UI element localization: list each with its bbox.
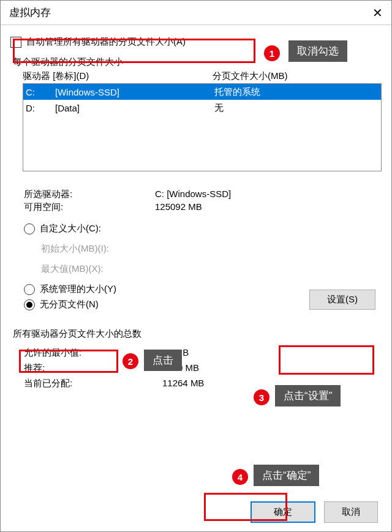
max-size-label: 最大值(MB)(X): bbox=[41, 263, 139, 275]
col-drive: 驱动器 [卷标](D) bbox=[23, 70, 213, 82]
totals-section: 所有驱动器分页文件大小的总数 允许的最小值: 16 MB 推荐: 2670 MB… bbox=[13, 328, 382, 389]
free-space-value: 125092 MB bbox=[155, 201, 202, 213]
radio-icon bbox=[24, 284, 35, 295]
cancel-button[interactable]: 取消 bbox=[324, 501, 378, 523]
checkbox-icon bbox=[10, 37, 21, 48]
totals-title: 所有驱动器分页文件大小的总数 bbox=[13, 328, 382, 340]
annotation-badge: 3 bbox=[254, 389, 270, 405]
table-row[interactable]: C: [Windows-SSD] 托管的系统 bbox=[23, 84, 381, 100]
drive-table: 驱动器 [卷标](D) 分页文件大小(MB) C: [Windows-SSD] … bbox=[23, 70, 382, 171]
radio-icon bbox=[24, 223, 35, 234]
selected-drive-label: 所选驱动器: bbox=[24, 189, 155, 200]
rec-label: 推荐: bbox=[24, 362, 162, 374]
selected-drive-value: C: [Windows-SSD] bbox=[155, 189, 231, 200]
close-icon[interactable]: ✕ bbox=[363, 1, 391, 25]
per-drive-subtitle: 每个驱动器的分页文件大小 bbox=[13, 56, 382, 68]
window-title: 虚拟内存 bbox=[9, 6, 51, 20]
col-size: 分页文件大小(MB) bbox=[213, 70, 382, 82]
table-row[interactable]: D: [Data] 无 bbox=[23, 100, 381, 116]
rec-value: 2670 MB bbox=[162, 362, 199, 374]
virtual-memory-dialog: 虚拟内存 ✕ 自动管理所有驱动器的分页文件大小(A) 每个驱动器的分页文件大小 … bbox=[0, 0, 392, 532]
radio-custom-size[interactable]: 自定义大小(C): bbox=[24, 223, 382, 234]
cur-label: 当前已分配: bbox=[24, 378, 162, 389]
radio-icon bbox=[24, 299, 35, 310]
cur-value: 11264 MB bbox=[162, 378, 204, 389]
auto-manage-label: 自动管理所有驱动器的分页文件大小(A) bbox=[26, 36, 186, 48]
annotation-label: 点击“确定” bbox=[254, 465, 319, 486]
auto-manage-checkbox[interactable]: 自动管理所有驱动器的分页文件大小(A) bbox=[10, 36, 382, 48]
free-space-label: 可用空间: bbox=[24, 201, 155, 213]
min-value: 16 MB bbox=[162, 347, 189, 359]
ok-button[interactable]: 确定 bbox=[251, 501, 315, 523]
min-label: 允许的最小值: bbox=[24, 347, 162, 359]
selected-drive-info: 所选驱动器: C: [Windows-SSD] 可用空间: 125092 MB bbox=[24, 189, 382, 213]
drive-list[interactable]: C: [Windows-SSD] 托管的系统 D: [Data] 无 bbox=[23, 83, 382, 171]
titlebar: 虚拟内存 ✕ bbox=[1, 1, 391, 25]
initial-size-label: 初始大小(MB)(I): bbox=[41, 243, 139, 255]
set-button[interactable]: 设置(S) bbox=[309, 290, 375, 310]
annotation-badge: 4 bbox=[232, 469, 248, 485]
